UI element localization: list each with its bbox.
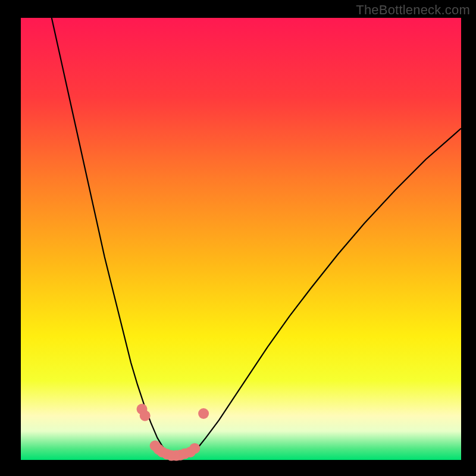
data-point <box>189 443 200 454</box>
bottleneck-chart <box>0 0 476 476</box>
plot-background <box>21 18 461 460</box>
data-point <box>140 411 151 421</box>
chart-frame: TheBottleneck.com <box>0 0 476 476</box>
watermark-text: TheBottleneck.com <box>356 2 470 18</box>
data-point <box>198 408 209 419</box>
marker-right <box>198 408 209 419</box>
